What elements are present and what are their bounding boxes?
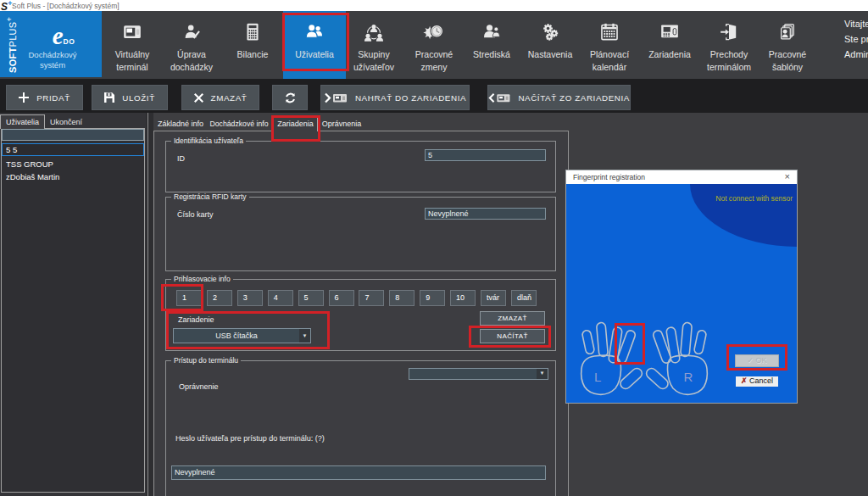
svg-text:R: R — [684, 370, 693, 384]
svg-text:L: L — [594, 370, 601, 384]
